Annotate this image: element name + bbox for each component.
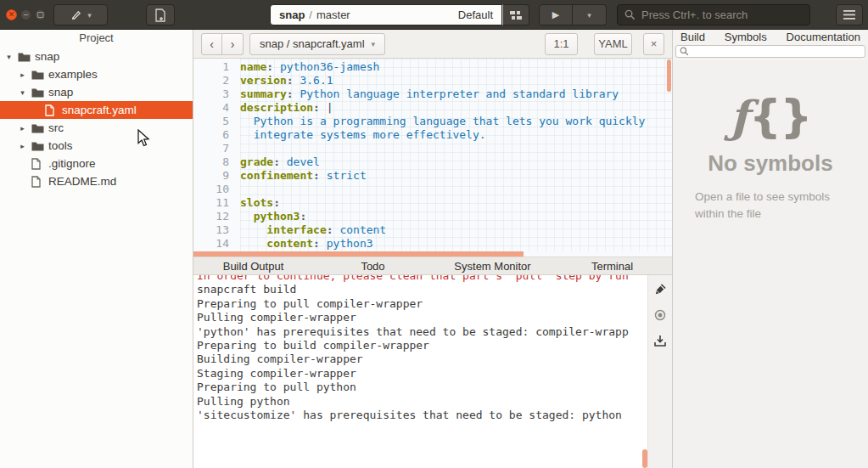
code-token: python36-jamesh — [280, 60, 379, 73]
right-panel: BuildSymbolsDocumentation ƒ{} No symbols… — [672, 30, 868, 468]
output-line: Pulling compiler-wrapper — [197, 311, 647, 324]
sidebar-item-snap[interactable]: ▾snap — [0, 83, 193, 101]
sidebar-item-readme-md[interactable]: README.md — [0, 172, 193, 190]
folder-label: tools — [48, 139, 73, 152]
output-line: snapcraft build — [197, 283, 647, 296]
code-line: grade: devel — [240, 155, 672, 169]
chevron-expanded-icon[interactable]: ▾ — [3, 53, 14, 61]
symbol-search-input[interactable] — [675, 45, 865, 58]
window-controls: ✕ – ▢ — [6, 9, 46, 20]
code-line: Python is a programming language that le… — [240, 115, 672, 128]
output-error-line: In order to continue, please clean that … — [197, 275, 647, 283]
open-document-selector[interactable]: snap / snapcraft.yaml ▾ — [249, 33, 385, 55]
chevron-collapsed-icon[interactable]: ▸ — [17, 142, 28, 150]
project-tree: ▾snap▸examples▾snapsnapcraft.yaml▸src▸to… — [0, 46, 193, 190]
panel-tab-symbols[interactable]: Symbols — [725, 31, 767, 44]
surface-selector-button[interactable]: ▾ — [53, 4, 108, 25]
sidebar-item-snapcraft-yaml[interactable]: snapcraft.yaml — [0, 101, 193, 119]
build-pipeline-button[interactable] — [502, 4, 529, 25]
code-token: : — [266, 60, 280, 73]
navigate-forward-button[interactable]: › — [222, 33, 244, 55]
code-token: confinement — [240, 169, 313, 182]
play-icon: ▶ — [552, 9, 559, 20]
line-number: 6 — [193, 128, 240, 142]
code-line: read: — [240, 251, 672, 251]
language-mode-button[interactable]: YAML — [594, 33, 632, 55]
code-token: Python is a programming language that le… — [240, 115, 645, 127]
code-token: content — [240, 237, 313, 250]
code-line: content: python3 — [240, 237, 672, 251]
run-options-button[interactable]: ▾ — [573, 4, 607, 25]
global-search-input[interactable]: Press Ctrl+. to search — [617, 4, 810, 25]
code-token: interface — [240, 223, 327, 236]
code-token: summary — [240, 87, 287, 100]
search-placeholder: Press Ctrl+. to search — [641, 8, 748, 21]
code-editor[interactable]: 123456789101112131415161718 name: python… — [193, 59, 672, 251]
bottom-tab-build-output[interactable]: Build Output — [193, 257, 313, 274]
record-icon[interactable] — [654, 309, 666, 321]
output-line: Preparing to pull python — [197, 381, 647, 394]
output-line: Building compiler-wrapper — [197, 352, 647, 366]
code-token: : — [313, 169, 327, 182]
document-title: snap / snapcraft.yaml — [260, 37, 365, 50]
chevron-expanded-icon[interactable]: ▾ — [17, 88, 28, 97]
line-number: 8 — [193, 155, 240, 169]
line-number: 11 — [193, 196, 240, 210]
folder-icon — [31, 122, 45, 134]
sidebar-item-gitignore[interactable]: .gitignore — [0, 155, 193, 172]
code-token: description — [240, 101, 313, 114]
close-document-button[interactable]: × — [643, 33, 664, 55]
bottom-tab-system-monitor[interactable]: System Monitor — [433, 257, 552, 274]
code-token: python3 — [240, 210, 300, 223]
app-menu-button[interactable] — [836, 4, 863, 25]
output-line: 'python' has prerequisites that need to … — [197, 325, 647, 339]
code-token: : — [273, 196, 280, 209]
folder-label: snap — [48, 86, 73, 99]
output-line: Preparing to build compiler-wrapper — [197, 339, 647, 352]
right-panel-tabs: BuildSymbolsDocumentation — [673, 30, 868, 44]
hamburger-menu-icon — [843, 10, 855, 20]
output-toolbar — [647, 275, 672, 468]
line-number: 9 — [193, 169, 240, 183]
code-area[interactable]: name: python36-jameshversion: 3.6.1summa… — [240, 59, 672, 251]
chevron-collapsed-icon[interactable]: ▸ — [17, 124, 28, 133]
run-button[interactable]: ▶ — [539, 4, 573, 25]
output-scrollbar[interactable] — [642, 449, 647, 468]
code-line — [240, 142, 672, 155]
chevron-collapsed-icon[interactable]: ▸ — [17, 70, 28, 79]
breadcrumb-separator: / — [309, 8, 312, 21]
code-token: : — [327, 223, 340, 236]
sidebar-item-examples[interactable]: ▸examples — [0, 65, 193, 83]
line-number-gutter: 123456789101112131415161718 — [193, 59, 240, 251]
line-number: 13 — [193, 223, 240, 237]
line-number: 15 — [193, 251, 240, 251]
zoom-level-button[interactable]: 1:1 — [545, 33, 578, 55]
code-token: 3.6.1 — [300, 74, 333, 87]
panel-tab-build[interactable]: Build — [680, 31, 705, 44]
panel-tab-documentation[interactable]: Documentation — [787, 31, 860, 44]
save-output-icon[interactable] — [654, 335, 666, 347]
navigate-back-button[interactable]: ‹ — [201, 33, 222, 55]
sidebar-item-src[interactable]: ▸src — [0, 119, 193, 137]
line-number: 12 — [193, 210, 240, 223]
close-window-button[interactable]: ✕ — [6, 9, 17, 20]
minimize-window-button[interactable]: – — [20, 9, 31, 20]
output-line: 'sitecustomize' has prerequisites that n… — [197, 409, 647, 422]
build-output-lines: In order to continue, please clean that … — [193, 275, 647, 422]
output-line: Preparing to pull compiler-wrapper — [197, 297, 647, 311]
editor-scrollbar[interactable] — [667, 59, 671, 92]
bottom-tab-terminal[interactable]: Terminal — [552, 257, 672, 274]
folder-icon — [31, 87, 45, 99]
file-label: snapcraft.yaml — [62, 104, 137, 116]
maximize-window-button[interactable]: ▢ — [35, 9, 46, 20]
new-document-button[interactable] — [146, 4, 175, 25]
clear-output-icon[interactable] — [654, 283, 667, 296]
omnibar[interactable]: snap / master Default — [270, 4, 502, 25]
build-output-log[interactable]: In order to continue, please clean that … — [193, 275, 647, 468]
sidebar-item-tools[interactable]: ▸tools — [0, 137, 193, 155]
sidebar-item-snap[interactable]: ▾snap — [0, 48, 193, 65]
code-token: slots — [240, 196, 273, 209]
bottom-tab-todo[interactable]: Todo — [313, 257, 433, 274]
code-token: : — [287, 87, 300, 100]
pen-icon — [70, 8, 82, 21]
